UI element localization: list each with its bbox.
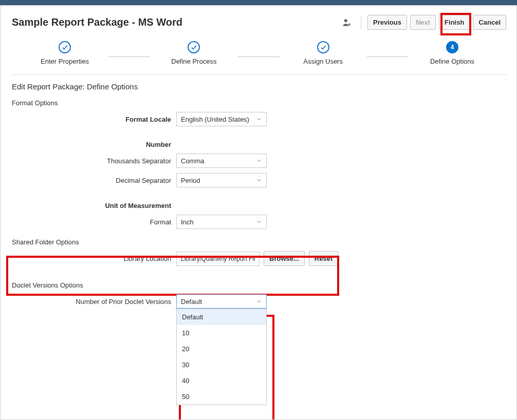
stepper: Enter Properties Define Process Assign U… [1, 35, 516, 74]
reset-button[interactable]: Reset [309, 251, 338, 266]
dropdown-item[interactable]: Default [177, 309, 266, 325]
step-label: Enter Properties [41, 58, 89, 65]
svg-point-0 [344, 19, 347, 22]
step-circle-done [317, 41, 329, 53]
number-heading: Number [12, 141, 176, 148]
dropdown-item[interactable]: 20 [177, 341, 266, 357]
chevron-down-icon [256, 158, 262, 164]
step-circle-current: 4 [446, 41, 458, 53]
dropdown-item[interactable]: 40 [177, 373, 266, 389]
uom-heading: Unit of Measurement [12, 202, 176, 209]
step-circle-done [188, 41, 200, 53]
thousands-separator-select[interactable]: Comma [176, 154, 267, 168]
subtitle: Edit Report Package: Define Options [12, 82, 505, 91]
select-value: Inch [181, 218, 194, 226]
dropdown-item[interactable]: 30 [177, 357, 266, 373]
dropdown-item[interactable]: 10 [177, 325, 266, 341]
dropdown-item[interactable]: 50 [177, 389, 266, 405]
prior-doclet-versions-label: Number of Prior Doclet Versions [12, 298, 176, 306]
select-value: Default [181, 298, 202, 306]
chevron-down-icon [256, 177, 262, 183]
select-value: English (United States) [181, 116, 249, 123]
format-label: Format [12, 218, 176, 226]
previous-button[interactable]: Previous [367, 15, 407, 30]
prior-doclet-versions-dropdown[interactable]: Default1020304050 [176, 309, 267, 405]
shared-folder-heading: Shared Folder Options [12, 238, 505, 246]
user-icon [342, 18, 352, 27]
select-value: Period [181, 177, 200, 184]
select-value: Comma [181, 157, 205, 165]
doclet-versions-heading: Doclet Versions Options [12, 281, 505, 289]
next-button: Next [410, 15, 436, 30]
thousands-separator-label: Thousands Separator [12, 157, 176, 165]
chevron-down-icon [256, 298, 262, 304]
svg-point-1 [348, 23, 350, 26]
cancel-button[interactable]: Cancel [473, 15, 506, 30]
step-enter-properties[interactable]: Enter Properties [21, 41, 108, 65]
decimal-separator-select[interactable]: Period [176, 173, 267, 187]
prior-doclet-versions-select[interactable]: Default [176, 294, 267, 309]
decimal-separator-label: Decimal Separator [12, 177, 176, 184]
format-locale-label: Format Locale [12, 116, 176, 123]
finish-button[interactable]: Finish [439, 15, 470, 30]
step-label: Assign Users [303, 58, 343, 65]
step-circle-done [59, 41, 71, 53]
step-define-process[interactable]: Define Process [150, 41, 237, 65]
step-define-options[interactable]: 4 Define Options [409, 41, 496, 65]
format-locale-select[interactable]: English (United States) [176, 112, 267, 126]
format-options-heading: Format Options [12, 99, 505, 107]
page-title: Sample Report Package - MS Word [12, 16, 342, 28]
library-location-input[interactable] [176, 252, 260, 266]
step-label: Define Process [171, 58, 216, 65]
browse-button[interactable]: Browse... [264, 251, 305, 266]
divider [361, 16, 361, 29]
library-location-label: Library Location [12, 255, 176, 262]
step-assign-users[interactable]: Assign Users [280, 41, 367, 65]
step-label: Define Options [430, 58, 474, 65]
chevron-down-icon [256, 219, 262, 225]
format-select[interactable]: Inch [176, 215, 267, 229]
chevron-down-icon [256, 116, 262, 122]
